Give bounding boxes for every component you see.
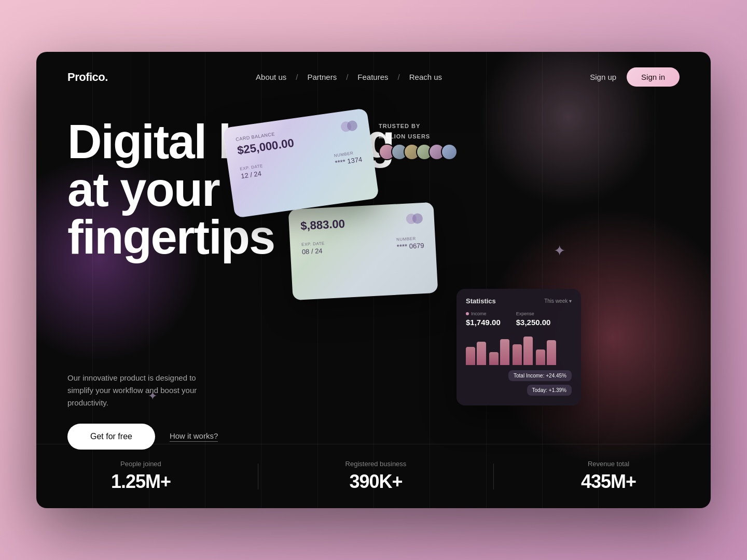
- card-2-exp-value: 08 / 24: [302, 247, 325, 256]
- bar-income-2: [489, 352, 499, 365]
- card-2-details: Exp. Date 08 / 24 Number **** 0679: [301, 236, 424, 256]
- nav-partners[interactable]: Partners: [307, 73, 337, 81]
- nav-about-us[interactable]: About us: [256, 73, 286, 81]
- bar-expense-3: [523, 337, 533, 365]
- stats-title: Statistics: [466, 297, 496, 305]
- card-2-exp-label: Exp. Date: [301, 241, 325, 247]
- tooltips-area: Total Income: +24.45% Today: +1.39%: [466, 370, 572, 397]
- card-2-number-value: **** 0679: [396, 242, 424, 251]
- card-2-exp: Exp. Date 08 / 24: [301, 241, 325, 256]
- bank-card-1: Card Balance $25,000.00 Exp. Date 12 / 2…: [223, 108, 379, 218]
- trusted-label-line1: TRUSTED BY: [379, 123, 458, 129]
- nav-reach-us[interactable]: Reach us: [409, 73, 442, 81]
- bar-group-1: [466, 342, 486, 365]
- nav-sep-2: /: [346, 73, 348, 81]
- bar-group-4: [536, 340, 556, 365]
- statistics-widget: Statistics This week ▾ Income $1,749.00: [457, 289, 581, 405]
- bar-chart: [466, 334, 572, 365]
- stats-period[interactable]: This week ▾: [544, 298, 572, 304]
- bar-expense-1: [477, 342, 486, 365]
- nav-sep-3: /: [398, 73, 400, 81]
- stat-people-label: People joined: [111, 460, 171, 468]
- stats-header: Statistics This week ▾: [466, 297, 572, 305]
- stat-revenue-label: Revenue total: [581, 460, 636, 468]
- bar-group-3: [513, 337, 533, 365]
- card-2-number: Number **** 0679: [396, 236, 424, 251]
- card-1-number: Number **** 1374: [334, 150, 363, 167]
- logo: Profico.: [67, 71, 108, 84]
- stat-people-joined: People joined 1.25M+: [111, 460, 171, 493]
- card-1-exp: Exp. Date 12 / 24: [240, 163, 265, 180]
- expense-col: Expense $3,250.00: [516, 311, 551, 327]
- stat-business-label: Registered business: [345, 460, 407, 468]
- income-col: Income $1,749.00: [466, 311, 501, 327]
- nav-sep-1: /: [296, 73, 298, 81]
- bar-expense-4: [547, 340, 556, 365]
- signin-button[interactable]: Sign in: [627, 67, 680, 87]
- income-dot: [466, 312, 469, 315]
- star-icon-top: ✦: [554, 242, 565, 259]
- bar-income-1: [466, 347, 475, 365]
- stat-divider-2: [493, 464, 494, 489]
- nav-actions: Sign up Sign in: [590, 67, 680, 87]
- today-tooltip: Today: +1.39%: [527, 385, 572, 396]
- card-2-logo-circle-2: [412, 213, 423, 224]
- trusted-avatars: [379, 144, 458, 160]
- nav-features[interactable]: Features: [357, 73, 388, 81]
- trusted-label-line2: MILLION USERS: [379, 133, 458, 139]
- signup-button[interactable]: Sign up: [590, 73, 616, 81]
- browser-window: Profico. About us / Partners / Features …: [36, 52, 711, 508]
- stat-revenue-total: Revenue total 435M+: [581, 460, 636, 493]
- bar-expense-2: [500, 339, 509, 365]
- trusted-section: TRUSTED BY MILLION USERS: [379, 123, 458, 160]
- card-2-number-label: Number: [396, 236, 424, 242]
- income-value: $1,749.00: [466, 318, 501, 327]
- nav-links: About us / Partners / Features / Reach u…: [256, 73, 442, 81]
- card-2-balance: $,883.00: [300, 213, 423, 233]
- stats-bar: People joined 1.25M+ Registered business…: [36, 444, 711, 508]
- card-2-logo: [406, 213, 423, 225]
- stat-divider-1: [258, 464, 258, 489]
- hero-bottom: Our innovative product is designed to si…: [67, 361, 218, 450]
- bar-group-2: [489, 339, 509, 365]
- how-it-works-button[interactable]: How it works?: [170, 431, 218, 442]
- total-income-tooltip: Total Income: +24.45%: [508, 370, 572, 381]
- bar-income-4: [536, 349, 545, 365]
- stats-values-row: Income $1,749.00 Expense $3,250.00: [466, 311, 572, 327]
- expense-value: $3,250.00: [516, 318, 551, 327]
- stat-revenue-value: 435M+: [581, 471, 636, 493]
- bank-card-2: $,883.00 Exp. Date 08 / 24 Number **** 0…: [288, 202, 438, 300]
- stat-people-value: 1.25M+: [111, 471, 171, 493]
- stat-registered-business: Registered business 390K+: [345, 460, 407, 493]
- hero-description: Our innovative product is designed to si…: [67, 372, 213, 409]
- stat-business-value: 390K+: [345, 471, 407, 493]
- bar-income-3: [513, 344, 522, 365]
- income-label: Income: [466, 311, 501, 316]
- navbar: Profico. About us / Partners / Features …: [36, 52, 711, 102]
- expense-label: Expense: [516, 311, 551, 316]
- avatar-6: [441, 144, 458, 160]
